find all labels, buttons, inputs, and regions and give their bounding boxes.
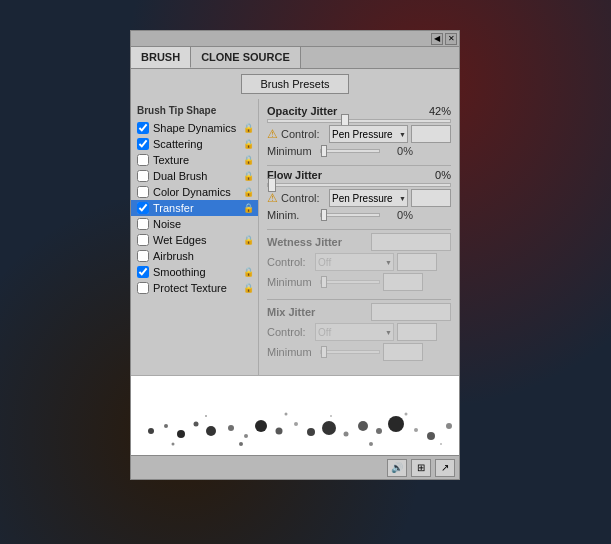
flow-minimum-slider[interactable] <box>320 213 380 217</box>
lock-icon-scattering: 🔒 <box>243 139 254 149</box>
list-item-transfer[interactable]: Transfer 🔒 <box>131 200 258 216</box>
tab-brush[interactable]: BRUSH <box>131 47 191 68</box>
item-label-smoothing: Smoothing <box>153 266 206 278</box>
item-label-airbrush: Airbrush <box>153 250 194 262</box>
svg-point-25 <box>405 413 408 416</box>
opacity-jitter-slider[interactable] <box>267 119 451 123</box>
mix-jitter-section: Mix Jitter Control: Off Pen Pressure Min… <box>267 303 451 361</box>
svg-point-23 <box>330 415 332 417</box>
tab-bar: BRUSH CLONE SOURCE <box>131 47 459 69</box>
checkbox-texture[interactable] <box>137 154 149 166</box>
checkbox-transfer[interactable] <box>137 202 149 214</box>
flow-minimum-row: Minim. 0% <box>267 209 451 221</box>
minimize-button[interactable]: ◀ <box>431 33 443 45</box>
svg-point-12 <box>344 432 349 437</box>
brush-presets-button[interactable]: Brush Presets <box>241 74 348 94</box>
warning-icon-flow: ⚠ <box>267 191 278 205</box>
mix-control-label: Control: <box>267 326 312 338</box>
list-item-protect-texture[interactable]: Protect Texture 🔒 <box>131 280 258 296</box>
item-label-transfer: Transfer <box>153 202 194 214</box>
toolbar-speaker-button[interactable]: 🔊 <box>387 459 407 477</box>
flow-control-select[interactable]: Pen Pressure Off Fade Pen Tilt <box>329 189 408 207</box>
checkbox-smoothing[interactable] <box>137 266 149 278</box>
svg-point-1 <box>164 424 168 428</box>
opacity-control-select[interactable]: Pen Pressure Off Fade Pen Tilt <box>329 125 408 143</box>
toolbar-grid-button[interactable]: ⊞ <box>411 459 431 477</box>
checkbox-dual-brush[interactable] <box>137 170 149 182</box>
wetness-control-row: Control: Off Pen Pressure <box>267 253 451 271</box>
tab-clone-source[interactable]: CLONE SOURCE <box>191 47 301 68</box>
section-title: Brush Tip Shape <box>131 103 258 118</box>
list-item-scattering[interactable]: Scattering 🔒 <box>131 136 258 152</box>
lock-icon-texture: 🔒 <box>243 155 254 165</box>
svg-point-9 <box>294 422 298 426</box>
checkbox-shape-dynamics[interactable] <box>137 122 149 134</box>
list-item-smoothing[interactable]: Smoothing 🔒 <box>131 264 258 280</box>
wetness-jitter-section: Wetness Jitter Control: Off Pen Pressure… <box>267 233 451 291</box>
checkbox-noise[interactable] <box>137 218 149 230</box>
flow-control-select-wrapper: Pen Pressure Off Fade Pen Tilt <box>329 189 408 207</box>
opacity-control-label: Control: <box>281 128 326 140</box>
svg-point-17 <box>427 432 435 440</box>
opacity-jitter-slider-container <box>267 119 451 123</box>
toolbar-menu-button[interactable]: ↗ <box>435 459 455 477</box>
checkbox-scattering[interactable] <box>137 138 149 150</box>
brush-panel: ◀ ✕ BRUSH CLONE SOURCE Brush Presets Bru… <box>130 30 460 480</box>
item-label-protect-texture: Protect Texture <box>153 282 227 294</box>
checkbox-wet-edges[interactable] <box>137 234 149 246</box>
checkbox-protect-texture[interactable] <box>137 282 149 294</box>
item-label-noise: Noise <box>153 218 181 230</box>
list-item-airbrush[interactable]: Airbrush 🔒 <box>131 248 258 264</box>
divider-1 <box>267 165 451 166</box>
svg-point-10 <box>307 428 315 436</box>
wetness-minimum-slider <box>320 280 380 284</box>
bottom-toolbar: 🔊 ⊞ ↗ <box>131 455 459 479</box>
list-item-noise[interactable]: Noise 🔒 <box>131 216 258 232</box>
list-item-dual-brush[interactable]: Dual Brush 🔒 <box>131 168 258 184</box>
lock-icon-dual-brush: 🔒 <box>243 171 254 181</box>
divider-3 <box>267 299 451 300</box>
flow-control-extra-input[interactable] <box>411 189 451 207</box>
mix-control-select: Off Pen Pressure <box>315 323 394 341</box>
mix-minimum-value-input <box>383 343 423 361</box>
preview-area <box>131 375 459 455</box>
checkbox-airbrush[interactable] <box>137 250 149 262</box>
lock-icon-transfer: 🔒 <box>243 203 254 213</box>
svg-point-0 <box>148 428 154 434</box>
svg-point-15 <box>388 416 404 432</box>
svg-point-3 <box>194 422 199 427</box>
list-item-shape-dynamics[interactable]: Shape Dynamics 🔒 <box>131 120 258 136</box>
panel-titlebar: ◀ ✕ <box>131 31 459 47</box>
item-label-wet-edges: Wet Edges <box>153 234 207 246</box>
wetness-minimum-label: Minimum <box>267 276 317 288</box>
item-label-scattering: Scattering <box>153 138 203 150</box>
lock-icon-shape-dynamics: 🔒 <box>243 123 254 133</box>
wetness-jitter-input <box>371 233 451 251</box>
svg-point-6 <box>244 434 248 438</box>
opacity-minimum-slider[interactable] <box>320 149 380 153</box>
flow-control-label: Control: <box>281 192 326 204</box>
opacity-control-row: ⚠ Control: Pen Pressure Off Fade Pen Til… <box>267 125 451 143</box>
svg-point-21 <box>239 442 243 446</box>
wetness-control-label: Control: <box>267 256 312 268</box>
opacity-control-extra-input[interactable] <box>411 125 451 143</box>
flow-minimum-label: Minim. <box>267 209 317 221</box>
svg-point-18 <box>446 423 452 429</box>
wetness-minimum-row: Minimum <box>267 273 451 291</box>
opacity-minimum-label: Minimum <box>267 145 317 157</box>
svg-point-13 <box>358 421 368 431</box>
list-item-wet-edges[interactable]: Wet Edges 🔒 <box>131 232 258 248</box>
list-item-texture[interactable]: Texture 🔒 <box>131 152 258 168</box>
svg-point-8 <box>276 428 283 435</box>
close-button[interactable]: ✕ <box>445 33 457 45</box>
svg-point-26 <box>440 443 442 445</box>
lock-icon-wet-edges: 🔒 <box>243 235 254 245</box>
svg-point-5 <box>228 425 234 431</box>
flow-jitter-slider[interactable] <box>267 183 451 187</box>
list-item-color-dynamics[interactable]: Color Dynamics 🔒 <box>131 184 258 200</box>
right-panel: Opacity Jitter 42% ⚠ Control: Pen Pressu… <box>259 99 459 375</box>
lock-icon-protect-texture: 🔒 <box>243 283 254 293</box>
opacity-minimum-row: Minimum 0% <box>267 145 451 157</box>
svg-point-19 <box>172 443 175 446</box>
checkbox-color-dynamics[interactable] <box>137 186 149 198</box>
